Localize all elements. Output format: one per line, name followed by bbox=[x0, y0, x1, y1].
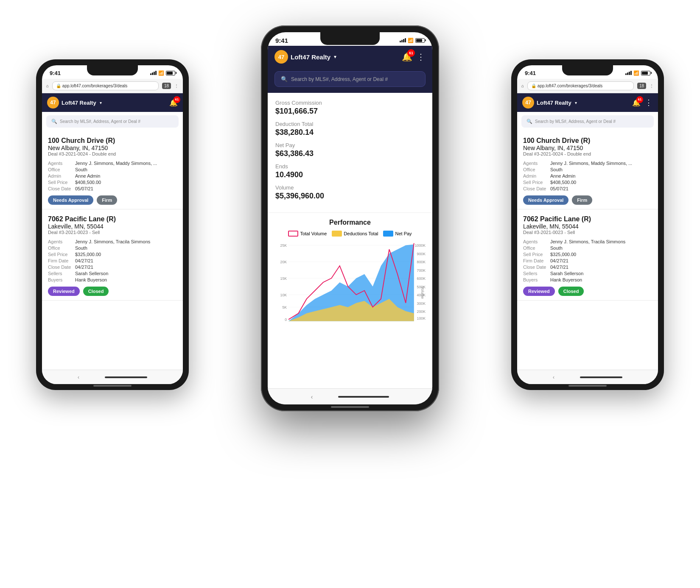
nav-left-right: 47 Loft47 Realty ▾ bbox=[522, 97, 577, 109]
time-left: 9:41 bbox=[50, 70, 61, 76]
home-indicator-left bbox=[105, 376, 147, 378]
lock-icon: 🔒 bbox=[56, 84, 61, 88]
bottom-bar-center: ‹ bbox=[268, 388, 432, 404]
phone-center: 9:41 📶 4 bbox=[261, 25, 439, 411]
net-pay-value: $63,386.43 bbox=[275, 149, 425, 158]
ends-label: Ends bbox=[275, 163, 425, 170]
svg-text:15K: 15K bbox=[280, 276, 287, 281]
gross-commission-value: $101,666.57 bbox=[275, 107, 425, 116]
stat-gross-commission: Gross Commission $101,666.57 bbox=[275, 100, 425, 116]
stat-deduction-total: Deduction Total $38,280.14 bbox=[275, 121, 425, 137]
phone-pill-left bbox=[93, 385, 132, 387]
deal2-city-right: Lakeville, MN, 55044 bbox=[523, 223, 652, 230]
battery-icon-left bbox=[166, 71, 175, 75]
ends-value: 10.4900 bbox=[275, 170, 425, 179]
search-placeholder-center: Search by MLS#, Address, Agent or Deal # bbox=[291, 76, 388, 82]
back-btn-center[interactable]: ‹ bbox=[311, 393, 313, 400]
search-input-center[interactable]: 🔍 Search by MLS#, Address, Agent or Deal… bbox=[274, 71, 426, 87]
svg-text:Volume: Volume bbox=[420, 287, 425, 299]
svg-text:300K: 300K bbox=[417, 301, 426, 306]
search-placeholder-right: Search by MLS#, Address, Agent or Deal # bbox=[535, 119, 616, 124]
time-center: 9:41 bbox=[275, 37, 288, 44]
svg-text:10K: 10K bbox=[280, 293, 287, 297]
phone-center-screen: 9:41 📶 4 bbox=[268, 32, 432, 404]
stats-section: Gross Commission $101,666.57 Deduction T… bbox=[268, 93, 432, 213]
nav-title-center: Loft47 Realty bbox=[291, 53, 330, 61]
nav-bar-center: 47 Loft47 Realty ▾ 🔔 61 ⋮ bbox=[268, 46, 432, 68]
legend-tv-label: Total Volume bbox=[300, 231, 327, 236]
search-input-left[interactable]: 🔍 Search by MLS#, Address, Agent or Deal… bbox=[46, 115, 179, 128]
deal2-fields-right: AgentsJenny J. Simmons, Tracila Simmons … bbox=[523, 239, 652, 282]
deal1-address-left: 100 Church Drive (R) bbox=[48, 137, 177, 145]
more-dots-center[interactable]: ⋮ bbox=[417, 52, 426, 62]
deal-card-2-left[interactable]: 7062 Pacific Lane (R) Lakeville, MN, 550… bbox=[42, 209, 183, 301]
more-dots-right[interactable]: ⋮ bbox=[645, 98, 653, 107]
legend-np-label: Net Pay bbox=[395, 231, 412, 236]
firm-badge-left[interactable]: Firm bbox=[97, 195, 117, 205]
url-text-right[interactable]: 🔒 app.loft47.com/brokerages/3/deals bbox=[527, 81, 634, 90]
search-bar-right: 🔍 Search by MLS#, Address, Agent or Deal… bbox=[517, 112, 658, 131]
nav-title-right: Loft47 Realty bbox=[537, 100, 571, 106]
needs-approval-badge-left[interactable]: Needs Approval bbox=[48, 195, 93, 205]
deal2-fields-left: AgentsJenny J. Simmons, Tracila Simmons … bbox=[48, 239, 177, 282]
url-text-left[interactable]: 🔒 app.loft47.com/brokerages/3/deals bbox=[52, 81, 159, 90]
search-icon-right: 🔍 bbox=[526, 119, 532, 124]
logo-right: 47 bbox=[522, 97, 534, 109]
bell-badge-center: 61 bbox=[407, 49, 415, 57]
svg-text:25K: 25K bbox=[280, 243, 287, 248]
closed-badge-right[interactable]: Closed bbox=[558, 287, 584, 296]
url-bar-left[interactable]: ⌂ 🔒 app.loft47.com/brokerages/3/deals 18… bbox=[42, 79, 183, 93]
deal1-city-right: New Albany, IN, 47150 bbox=[523, 145, 652, 151]
bell-badge-right: 61 bbox=[636, 96, 643, 103]
deal2-number-right: Deal #3-2021-0023 - Sell bbox=[523, 230, 652, 235]
home-icon: ⌂ bbox=[46, 84, 49, 88]
nav-left-left: 47 Loft47 Realty ▾ bbox=[47, 97, 102, 109]
bottom-bar-right: ‹ bbox=[517, 370, 658, 384]
search-input-right[interactable]: 🔍 Search by MLS#, Address, Agent or Deal… bbox=[521, 115, 654, 128]
lock-icon-right: 🔒 bbox=[531, 84, 536, 88]
nav-right-center: 🔔 61 ⋮ bbox=[402, 52, 426, 62]
status-icons-right: 📶 bbox=[625, 70, 650, 76]
reviewed-badge-left[interactable]: Reviewed bbox=[48, 287, 80, 296]
bell-button-left[interactable]: 🔔 61 bbox=[169, 99, 178, 107]
svg-text:0: 0 bbox=[285, 318, 287, 322]
signal-icon-center bbox=[400, 38, 406, 42]
deal2-address-left: 7062 Pacific Lane (R) bbox=[48, 215, 177, 223]
more-icon-left[interactable]: ⋮ bbox=[174, 84, 179, 88]
url-badge-left: 18 bbox=[162, 83, 171, 89]
deal1-address-right: 100 Church Drive (R) bbox=[523, 137, 652, 145]
legend-tv-box bbox=[288, 231, 298, 237]
search-container-center: 🔍 Search by MLS#, Address, Agent or Deal… bbox=[268, 68, 432, 93]
nav-bar-right: 47 Loft47 Realty ▾ 🔔 61 ⋮ bbox=[517, 93, 658, 112]
more-icon-right[interactable]: ⋮ bbox=[650, 84, 654, 88]
reviewed-badge-right[interactable]: Reviewed bbox=[523, 287, 555, 296]
needs-approval-badge-right[interactable]: Needs Approval bbox=[523, 195, 568, 205]
url-value-left: app.loft47.com/brokerages/3/deals bbox=[62, 84, 127, 88]
url-bar-right[interactable]: ⌂ 🔒 app.loft47.com/brokerages/3/deals 18… bbox=[517, 79, 658, 93]
svg-text:200K: 200K bbox=[417, 309, 426, 314]
volume-value: $5,396,960.00 bbox=[275, 192, 425, 201]
home-icon-right: ⌂ bbox=[521, 84, 524, 88]
deal1-fields-right: AgentsJenny J. Simmons, Maddy Simmons, .… bbox=[523, 161, 652, 191]
signal-icon-right bbox=[625, 71, 632, 75]
closed-badge-left[interactable]: Closed bbox=[83, 287, 109, 296]
deal-card-1-right[interactable]: 100 Church Drive (R) New Albany, IN, 471… bbox=[517, 131, 658, 209]
legend-total-volume: Total Volume bbox=[288, 231, 327, 237]
deal-card-2-right[interactable]: 7062 Pacific Lane (R) Lakeville, MN, 550… bbox=[517, 209, 658, 301]
deal-card-1-left[interactable]: 100 Church Drive (R) New Albany, IN, 471… bbox=[42, 131, 183, 209]
back-btn-right[interactable]: ‹ bbox=[553, 374, 554, 380]
legend-dt-label: Deductions Total bbox=[344, 231, 378, 236]
deal1-number-left: Deal #3-2021-0024 - Double end bbox=[48, 151, 177, 156]
phone-left: 9:41 📶 ⌂ 🔒 bbox=[36, 59, 189, 390]
legend-deductions: Deductions Total bbox=[332, 231, 378, 237]
back-btn-left[interactable]: ‹ bbox=[78, 374, 79, 380]
status-icons-left: 📶 bbox=[150, 70, 175, 76]
bell-button-right[interactable]: 🔔 61 bbox=[632, 99, 641, 107]
bell-button-center[interactable]: 🔔 61 bbox=[402, 52, 412, 62]
firm-badge-right[interactable]: Firm bbox=[572, 195, 592, 205]
home-indicator-center bbox=[338, 396, 389, 398]
svg-text:100K: 100K bbox=[417, 316, 426, 320]
deal1-city-left: New Albany, IN, 47150 bbox=[48, 145, 177, 151]
deduction-total-label: Deduction Total bbox=[275, 121, 425, 127]
legend-dt-box bbox=[332, 231, 342, 237]
